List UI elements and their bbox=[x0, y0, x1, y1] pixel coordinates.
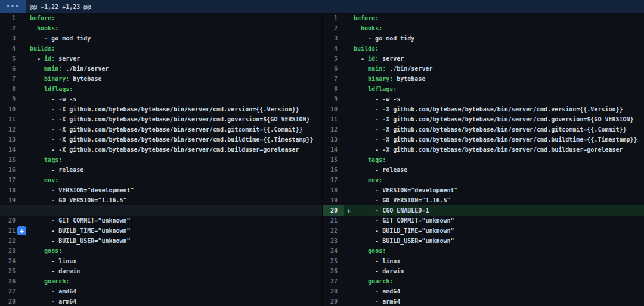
line-number[interactable]: 2 bbox=[323, 23, 344, 33]
line-number[interactable]: 20 bbox=[323, 205, 344, 216]
line-number[interactable]: 3 bbox=[323, 33, 344, 43]
line-number[interactable]: 26 bbox=[323, 266, 344, 276]
line-number[interactable]: 22 bbox=[0, 236, 16, 246]
line-number[interactable]: 25 bbox=[323, 256, 344, 266]
diff-row: 20 - GIT_COMMIT="unknown" bbox=[0, 216, 322, 226]
diff-marker bbox=[16, 84, 30, 94]
line-number[interactable]: 22 bbox=[323, 226, 344, 236]
line-number[interactable]: 12 bbox=[0, 124, 16, 135]
code-line: - CGO_ENABLED=1 bbox=[354, 205, 644, 216]
diff-row: 9 - -w -s bbox=[0, 94, 322, 104]
code-line: - -X github.com/bytebase/bytebase/bin/se… bbox=[30, 145, 322, 155]
line-number[interactable]: 24 bbox=[0, 256, 16, 266]
code-text: - -w -s bbox=[354, 96, 400, 102]
line-number[interactable]: 11 bbox=[0, 114, 16, 124]
expand-diff-button[interactable]: ••• bbox=[0, 0, 26, 13]
code-text: server bbox=[379, 55, 404, 62]
line-number[interactable]: 8 bbox=[323, 84, 344, 94]
line-number[interactable]: 7 bbox=[323, 74, 344, 84]
line-number[interactable]: 29 bbox=[323, 296, 344, 306]
line-number bbox=[0, 205, 16, 216]
line-number[interactable]: 10 bbox=[323, 104, 344, 114]
diff-marker bbox=[344, 13, 354, 23]
code-text: - darwin bbox=[354, 268, 404, 274]
yaml-key: binary: bbox=[44, 76, 69, 82]
yaml-key: main: bbox=[368, 65, 386, 72]
line-number[interactable]: 24 bbox=[323, 246, 344, 256]
line-number[interactable]: 16 bbox=[323, 165, 344, 175]
line-number[interactable]: 18 bbox=[323, 185, 344, 195]
line-number[interactable]: 28 bbox=[0, 296, 16, 306]
line-number[interactable]: 8 bbox=[0, 84, 16, 94]
yaml-key: goarch: bbox=[368, 278, 393, 285]
code-line: - VERSION="development" bbox=[354, 185, 644, 195]
line-number[interactable]: 11 bbox=[323, 114, 344, 124]
line-number[interactable]: 7 bbox=[0, 74, 16, 84]
line-number[interactable]: 27 bbox=[0, 286, 16, 296]
line-number[interactable]: 10 bbox=[0, 104, 16, 114]
line-number[interactable]: 4 bbox=[0, 43, 16, 54]
line-number[interactable]: 23 bbox=[323, 236, 344, 246]
code-text: bytebase bbox=[69, 76, 101, 82]
diff-pane-new: 1before:2 hooks:3 - go mod tidy4builds:5… bbox=[322, 13, 644, 306]
line-number[interactable]: 20 bbox=[0, 216, 16, 226]
line-number[interactable]: 17 bbox=[323, 175, 344, 185]
code-line: - arm64 bbox=[354, 296, 644, 306]
diff-row: 23 - BUILD_USER="unknown" bbox=[323, 236, 644, 246]
diff-marker bbox=[344, 185, 354, 195]
code-text: - GO_VERSION="1.16.5" bbox=[30, 197, 127, 204]
line-number[interactable]: 25 bbox=[0, 266, 16, 276]
code-text: - BUILD_USER="unknown" bbox=[354, 238, 454, 244]
diff-row: 11 - -X github.com/bytebase/bytebase/bin… bbox=[323, 114, 644, 124]
line-number[interactable]: 9 bbox=[323, 94, 344, 104]
line-number[interactable]: 12 bbox=[323, 124, 344, 135]
line-number[interactable]: 26 bbox=[0, 276, 16, 286]
line-number[interactable]: 27 bbox=[323, 276, 344, 286]
line-number[interactable]: 21 bbox=[0, 226, 16, 236]
code-text: - -X github.com/bytebase/bytebase/bin/se… bbox=[30, 136, 314, 143]
line-number[interactable]: 4 bbox=[323, 43, 344, 54]
code-line: - go mod tidy bbox=[354, 33, 644, 43]
code-text: - bbox=[354, 55, 368, 62]
line-number[interactable]: 1 bbox=[323, 13, 344, 23]
code-text: - GO_VERSION="1.16.5" bbox=[354, 197, 451, 204]
diff-row-spacer bbox=[0, 205, 322, 216]
yaml-key: binary: bbox=[368, 76, 393, 82]
line-number[interactable]: 16 bbox=[0, 165, 16, 175]
line-number[interactable]: 13 bbox=[323, 135, 344, 145]
diff-row: 18 - VERSION="development" bbox=[323, 185, 644, 195]
line-number[interactable]: 6 bbox=[323, 64, 344, 74]
line-number[interactable]: 23 bbox=[0, 246, 16, 256]
line-number[interactable]: 13 bbox=[0, 135, 16, 145]
diff-marker bbox=[344, 286, 354, 296]
line-number[interactable]: 14 bbox=[323, 145, 344, 155]
line-number[interactable]: 6 bbox=[0, 64, 16, 74]
line-number[interactable]: 15 bbox=[0, 155, 16, 165]
line-number[interactable]: 3 bbox=[0, 33, 16, 43]
code-line: - -X github.com/bytebase/bytebase/bin/se… bbox=[354, 104, 644, 114]
diff-row: 27 goarch: bbox=[323, 276, 644, 286]
add-comment-button[interactable]: + bbox=[17, 226, 26, 235]
line-number[interactable]: 28 bbox=[323, 286, 344, 296]
diff-row: 16 - release bbox=[323, 165, 644, 175]
line-number[interactable]: 1 bbox=[0, 13, 16, 23]
line-number[interactable]: 17 bbox=[0, 175, 16, 185]
line-number[interactable]: 2 bbox=[0, 23, 16, 33]
diff-marker bbox=[344, 276, 354, 286]
code-text: - VERSION="development" bbox=[354, 187, 458, 193]
code-line: - id: server bbox=[354, 54, 644, 64]
diff-row: 15 tags: bbox=[0, 155, 322, 165]
line-number[interactable]: 9 bbox=[0, 94, 16, 104]
line-number[interactable]: 5 bbox=[323, 54, 344, 64]
line-number[interactable]: 5 bbox=[0, 54, 16, 64]
line-number[interactable]: 14 bbox=[0, 145, 16, 155]
line-number[interactable]: 15 bbox=[323, 155, 344, 165]
code-text: - amd64 bbox=[30, 288, 76, 295]
diff-marker bbox=[344, 54, 354, 64]
line-number[interactable]: 18 bbox=[0, 185, 16, 195]
diff-row: 26 - darwin bbox=[323, 266, 644, 276]
diff-marker bbox=[16, 276, 30, 286]
line-number[interactable]: 21 bbox=[323, 216, 344, 226]
line-number[interactable]: 19 bbox=[323, 195, 344, 205]
line-number[interactable]: 19 bbox=[0, 195, 16, 205]
